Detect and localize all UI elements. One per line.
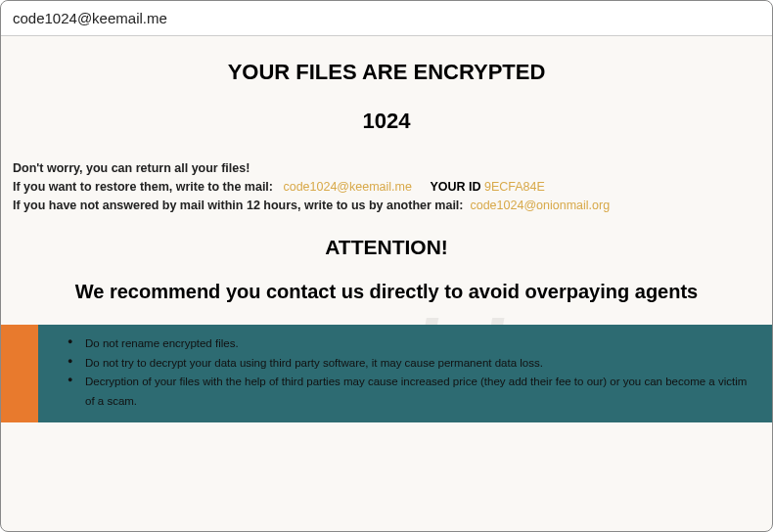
recommend-heading: We recommend you contact us directly to … xyxy=(1,281,772,303)
window-titlebar: code1024@keemail.me xyxy=(1,1,772,36)
warning-list: Do not rename encrypted files. Do not tr… xyxy=(68,334,752,411)
warning-list-container: Do not rename encrypted files. Do not tr… xyxy=(38,325,772,422)
main-heading: YOUR FILES ARE ENCRYPTED xyxy=(1,60,772,85)
attention-heading: ATTENTION! xyxy=(1,236,772,259)
info-block: Don't worry, you can return all your fil… xyxy=(1,159,772,214)
secondary-email: code1024@onionmail.org xyxy=(470,199,610,212)
primary-email: code1024@keemail.me xyxy=(283,180,412,194)
info-line-2: If you want to restore them, write to th… xyxy=(13,178,760,197)
info-line-2-prefix: If you want to restore them, write to th… xyxy=(13,180,273,194)
ransom-note-window: code1024@keemail.me risk.com YOUR FILES … xyxy=(0,0,773,532)
info-line-1: Don't worry, you can return all your fil… xyxy=(13,159,760,178)
warning-item: Decryption of your files with the help o… xyxy=(68,373,752,411)
info-line-3: If you have not answered by mail within … xyxy=(13,197,760,215)
warning-box: Do not rename encrypted files. Do not tr… xyxy=(1,325,772,422)
content-area: risk.com YOUR FILES ARE ENCRYPTED 1024 D… xyxy=(1,60,772,422)
window-title: code1024@keemail.me xyxy=(13,10,167,26)
your-id-label: YOUR ID xyxy=(430,180,480,194)
id-number-heading: 1024 xyxy=(1,109,772,134)
warning-item: Do not rename encrypted files. xyxy=(68,334,752,354)
orange-accent-strip xyxy=(1,325,38,422)
your-id-value: 9ECFA84E xyxy=(484,180,545,194)
info-line-3-prefix: If you have not answered by mail within … xyxy=(13,199,464,212)
warning-item: Do not try to decrypt your data using th… xyxy=(68,354,752,374)
